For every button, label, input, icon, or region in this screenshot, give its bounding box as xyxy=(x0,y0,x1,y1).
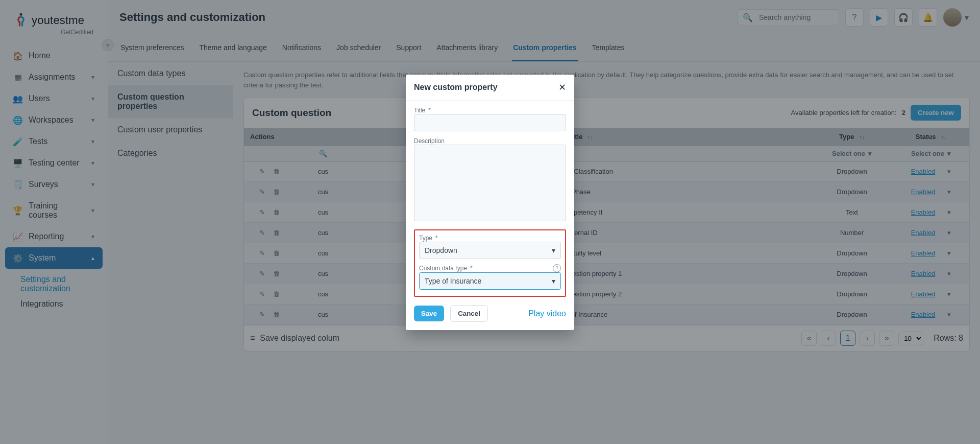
field-description: Description xyxy=(414,137,566,223)
field-title: Title * xyxy=(414,107,566,131)
custom-data-type-value: Type of Insurance xyxy=(425,277,481,285)
play-video-link[interactable]: Play video xyxy=(528,309,566,318)
modal-footer: Save Cancel Play video xyxy=(406,300,574,330)
close-icon: ✕ xyxy=(558,82,566,92)
description-textarea[interactable] xyxy=(414,145,566,221)
field-type: Type * Dropdown ▾ xyxy=(419,235,561,259)
field-custom-data-type: Custom data type * ? Type of Insurance ▾ xyxy=(419,264,561,290)
custom-data-type-select[interactable]: Type of Insurance ▾ xyxy=(419,272,561,290)
modal-overlay: New custom property ✕ Title * Descriptio… xyxy=(0,0,980,444)
type-select[interactable]: Dropdown ▾ xyxy=(419,242,561,259)
label-text: Custom data type xyxy=(419,265,467,272)
chevron-down-icon: ▾ xyxy=(552,246,555,254)
modal-title: New custom property xyxy=(414,83,498,92)
required-mark: * xyxy=(470,265,473,272)
close-button[interactable]: ✕ xyxy=(558,82,566,93)
cancel-button[interactable]: Cancel xyxy=(450,305,488,322)
label-text: Title xyxy=(414,107,425,114)
modal-body: Title * Description Type * D xyxy=(406,101,574,300)
label-text: Description xyxy=(414,137,445,145)
modal-header: New custom property ✕ xyxy=(406,75,574,101)
highlighted-group: Type * Dropdown ▾ Custom data type * ? xyxy=(414,229,566,297)
required-mark: * xyxy=(435,235,438,242)
type-value: Dropdown xyxy=(425,246,457,254)
chevron-down-icon: ▾ xyxy=(552,277,555,285)
help-icon[interactable]: ? xyxy=(553,264,561,272)
new-custom-property-modal: New custom property ✕ Title * Descriptio… xyxy=(406,75,574,330)
label-text: Type xyxy=(419,235,432,242)
save-button[interactable]: Save xyxy=(414,306,444,321)
required-mark: * xyxy=(428,107,431,114)
title-input[interactable] xyxy=(414,114,566,131)
